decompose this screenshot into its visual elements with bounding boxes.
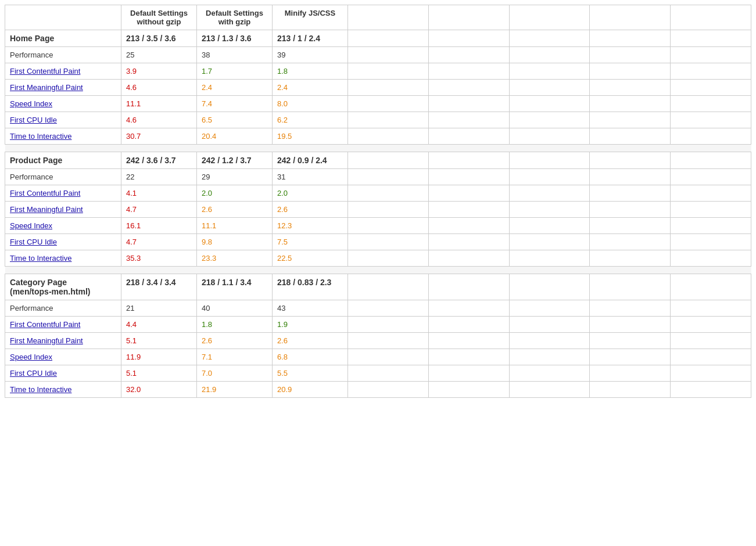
metric-row-1-0: First Contentful Paint4.12.02.0: [5, 185, 751, 202]
section-title-0: Home Page: [5, 30, 121, 47]
metric-v2-2-4: 21.9: [197, 382, 273, 398]
metric-v2-1-2: 11.1: [197, 218, 273, 234]
metric-v1-2-4: 32.0: [121, 382, 197, 398]
metric-v1-0-0: 3.9: [121, 63, 197, 80]
metric-v2-0-2: 7.4: [197, 96, 273, 112]
perf-v1-2: 21: [121, 300, 197, 317]
metric-v1-0-3: 4.6: [121, 112, 197, 128]
metric-link-1-4[interactable]: Time to Interactive: [10, 254, 71, 263]
perf-v2-2: 40: [197, 300, 273, 317]
section-title-1: Product Page: [5, 152, 121, 169]
metric-link-1-2[interactable]: Speed Index: [10, 221, 52, 230]
metric-label-1-1[interactable]: First Meaningful Paint: [5, 202, 121, 218]
metric-link-0-0[interactable]: First Contentful Paint: [10, 67, 80, 76]
perf-row-1: Performance222931: [5, 169, 751, 185]
metric-v3-0-1: 2.4: [273, 80, 348, 96]
metric-link-2-1[interactable]: First Meaningful Paint: [10, 336, 83, 345]
metric-label-0-0[interactable]: First Contentful Paint: [5, 63, 121, 80]
metric-link-1-3[interactable]: First CPU Idle: [10, 238, 57, 246]
metric-v1-2-3: 5.1: [121, 365, 197, 382]
metric-v1-1-0: 4.1: [121, 185, 197, 202]
metric-v3-1-4: 22.5: [273, 250, 348, 267]
page-wrapper: Default Settings without gzip Default Se…: [0, 0, 756, 403]
metric-v2-2-2: 7.1: [197, 349, 273, 365]
perf-v3-0: 39: [273, 47, 348, 63]
section-header-0: Home Page213 / 3.5 / 3.6213 / 1.3 / 3.62…: [5, 30, 751, 47]
requests-col3-2: 218 / 0.83 / 2.3: [273, 274, 348, 300]
metric-v2-1-0: 2.0: [197, 185, 273, 202]
metric-row-1-1: First Meaningful Paint4.72.62.6: [5, 202, 751, 218]
header-col0: [5, 5, 121, 30]
requests-col1-2: 218 / 3.4 / 3.4: [121, 274, 197, 300]
metric-row-2-0: First Contentful Paint4.41.81.9: [5, 317, 751, 333]
metric-v3-2-1: 2.6: [273, 333, 348, 349]
requests-col2-1: 242 / 1.2 / 3.7: [197, 152, 273, 169]
metric-v2-0-1: 2.4: [197, 80, 273, 96]
metric-link-2-4[interactable]: Time to Interactive: [10, 385, 71, 394]
metric-label-0-1[interactable]: First Meaningful Paint: [5, 80, 121, 96]
metric-v2-0-4: 20.4: [197, 128, 273, 145]
metric-link-0-4[interactable]: Time to Interactive: [10, 132, 71, 141]
requests-col1-1: 242 / 3.6 / 3.7: [121, 152, 197, 169]
header-col4: [348, 5, 429, 30]
metric-row-1-2: Speed Index16.111.112.3: [5, 218, 751, 234]
perf-v2-0: 38: [197, 47, 273, 63]
requests-col1-0: 213 / 3.5 / 3.6: [121, 30, 197, 47]
metric-link-1-1[interactable]: First Meaningful Paint: [10, 205, 83, 214]
metric-link-2-0[interactable]: First Contentful Paint: [10, 320, 80, 329]
metric-v1-1-3: 4.7: [121, 234, 197, 250]
header-col8: [671, 5, 751, 30]
metric-v2-0-3: 6.5: [197, 112, 273, 128]
section-header-1: Product Page242 / 3.6 / 3.7242 / 1.2 / 3…: [5, 152, 751, 169]
metric-label-1-4[interactable]: Time to Interactive: [5, 250, 121, 267]
metric-label-0-4[interactable]: Time to Interactive: [5, 128, 121, 145]
perf-v3-1: 31: [273, 169, 348, 185]
perf-v1-0: 25: [121, 47, 197, 63]
metric-v3-1-2: 12.3: [273, 218, 348, 234]
metric-v3-1-3: 7.5: [273, 234, 348, 250]
metric-v1-0-1: 4.6: [121, 80, 197, 96]
metric-link-2-2[interactable]: Speed Index: [10, 353, 52, 361]
metric-v2-2-3: 7.0: [197, 365, 273, 382]
metric-label-0-2[interactable]: Speed Index: [5, 96, 121, 112]
header-col5: [428, 5, 509, 30]
metric-label-0-3[interactable]: First CPU Idle: [5, 112, 121, 128]
metric-link-1-0[interactable]: First Contentful Paint: [10, 189, 80, 197]
metric-link-0-1[interactable]: First Meaningful Paint: [10, 83, 83, 92]
perf-row-0: Performance253839: [5, 47, 751, 63]
metric-row-1-3: First CPU Idle4.79.87.5: [5, 234, 751, 250]
metric-label-2-2[interactable]: Speed Index: [5, 349, 121, 365]
metric-row-2-2: Speed Index11.97.16.8: [5, 349, 751, 365]
metric-label-2-4[interactable]: Time to Interactive: [5, 382, 121, 398]
metric-v1-0-2: 11.1: [121, 96, 197, 112]
header-row: Default Settings without gzip Default Se…: [5, 5, 751, 30]
perf-v1-1: 22: [121, 169, 197, 185]
metric-v1-1-4: 35.3: [121, 250, 197, 267]
metric-v3-1-1: 2.6: [273, 202, 348, 218]
metric-label-1-2[interactable]: Speed Index: [5, 218, 121, 234]
metric-link-2-3[interactable]: First CPU Idle: [10, 369, 57, 378]
requests-col3-0: 213 / 1 / 2.4: [273, 30, 348, 47]
metric-row-2-1: First Meaningful Paint5.12.62.6: [5, 333, 751, 349]
metric-row-2-4: Time to Interactive32.021.920.9: [5, 382, 751, 398]
metric-row-0-4: Time to Interactive30.720.419.5: [5, 128, 751, 145]
metric-v1-1-2: 16.1: [121, 218, 197, 234]
metric-v2-1-1: 2.6: [197, 202, 273, 218]
metric-v3-0-2: 8.0: [273, 96, 348, 112]
metric-label-1-0[interactable]: First Contentful Paint: [5, 185, 121, 202]
requests-col2-2: 218 / 1.1 / 3.4: [197, 274, 273, 300]
metric-link-0-2[interactable]: Speed Index: [10, 99, 52, 108]
metric-label-2-0[interactable]: First Contentful Paint: [5, 317, 121, 333]
metric-v1-2-1: 5.1: [121, 333, 197, 349]
section-title-2: Category Page (men/tops-men.html): [5, 274, 121, 300]
metric-link-0-3[interactable]: First CPU Idle: [10, 116, 57, 124]
metric-label-1-3[interactable]: First CPU Idle: [5, 234, 121, 250]
header-col6: [509, 5, 590, 30]
metric-label-2-3[interactable]: First CPU Idle: [5, 365, 121, 382]
metric-v3-1-0: 2.0: [273, 185, 348, 202]
metric-label-2-1[interactable]: First Meaningful Paint: [5, 333, 121, 349]
metric-v3-2-4: 20.9: [273, 382, 348, 398]
metric-v2-1-3: 9.8: [197, 234, 273, 250]
metric-row-1-4: Time to Interactive35.323.322.5: [5, 250, 751, 267]
spacer-row: [5, 145, 751, 152]
